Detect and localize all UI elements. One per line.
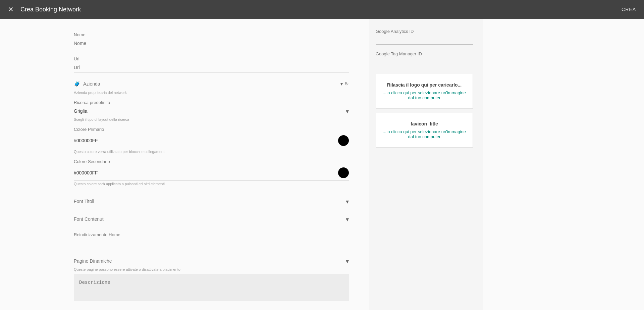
font-titoli-select[interactable]: Font Titoli <box>74 197 349 206</box>
azienda-hint: Azienda proprietaria del network <box>74 91 349 95</box>
ricerca-label: Ricerca predefinita <box>74 100 349 105</box>
page-container: Nome Url 🧳 ▾ ↻ Azienda proprietaria del … <box>0 19 644 310</box>
descrizione-group <box>74 274 349 302</box>
analytics-input[interactable] <box>376 35 473 45</box>
ricerca-field-group: Ricerca predefinita Griglia Lista Mappa … <box>74 100 349 121</box>
colore-primario-input[interactable] <box>74 138 338 143</box>
colore-secondario-row <box>74 165 349 180</box>
ricerca-select-wrapper: Griglia Lista Mappa ▾ <box>74 106 349 116</box>
ricerca-select[interactable]: Griglia Lista Mappa <box>74 106 349 116</box>
colore-secondario-group: Colore Secondario Questo colore sarà app… <box>74 159 349 186</box>
font-titoli-select-wrapper: Font Titoli ▾ <box>74 197 349 206</box>
logo-upload-title: Rilascia il logo qui per caricarlo... <box>381 82 467 88</box>
tag-manager-input[interactable] <box>376 58 473 67</box>
logo-upload-link[interactable]: ... o clicca qui per selezionare un'imma… <box>381 90 467 100</box>
url-label: Url <box>74 56 349 61</box>
azienda-actions: ▾ ↻ <box>340 81 349 87</box>
nome-input[interactable] <box>74 39 349 48</box>
favicon-upload-link[interactable]: ... o clicca qui per selezionare un'imma… <box>381 129 467 139</box>
ricerca-hint: Scegli il tipo di layout della ricerca <box>74 117 349 121</box>
app-header: ✕ Crea Booking Network CREA <box>0 0 644 19</box>
azienda-input[interactable] <box>83 81 338 87</box>
pagine-select[interactable]: Pagine Dinamiche <box>74 256 349 266</box>
pagine-hint: Queste pagine possono essere attivate o … <box>74 267 349 271</box>
analytics-label: Google Analytics ID <box>376 29 473 34</box>
colore-primario-hint: Questo colore verrà utilizzato per blocc… <box>74 150 349 154</box>
pagine-field-group: Pagine Dinamiche ▾ Queste pagine possono… <box>74 256 349 302</box>
descrizione-textarea[interactable] <box>74 274 349 301</box>
logo-upload-box[interactable]: Rilascia il logo qui per caricarlo... ..… <box>376 74 473 109</box>
close-button[interactable]: ✕ <box>8 6 14 13</box>
colore-primario-group: Colore Primario Questo colore verrà util… <box>74 127 349 154</box>
nome-label: Nome <box>74 32 349 37</box>
colore-secondario-label: Colore Secondario <box>74 159 349 164</box>
colore-primario-circle[interactable] <box>338 135 349 146</box>
font-contenuti-field-group: Font Contenuti ▾ <box>74 214 349 224</box>
colore-secondario-hint: Questo colore sarà applicato a pulsanti … <box>74 182 349 186</box>
nome-field-group: Nome <box>74 32 349 48</box>
font-titoli-field-group: Font Titoli ▾ <box>74 197 349 206</box>
briefcase-icon: 🧳 <box>74 81 80 87</box>
main-form: Nome Url 🧳 ▾ ↻ Azienda proprietaria del … <box>0 19 369 310</box>
page-title: Crea Booking Network <box>20 6 622 13</box>
favicon-upload-box[interactable]: favicon_title ... o clicca qui per selez… <box>376 113 473 148</box>
tag-manager-field-group: Google Tag Manager ID <box>376 51 473 67</box>
colore-primario-row <box>74 133 349 148</box>
azienda-row: 🧳 ▾ ↻ <box>74 81 349 89</box>
reindirizzamento-label: Reindirizzamento Home <box>74 232 349 237</box>
url-input[interactable] <box>74 63 349 72</box>
colore-secondario-input[interactable] <box>74 170 338 175</box>
reindirizzamento-input[interactable] <box>74 239 349 248</box>
url-field-group: Url <box>74 56 349 72</box>
azienda-refresh-icon[interactable]: ↻ <box>345 81 349 87</box>
colore-secondario-circle[interactable] <box>338 167 349 178</box>
pagine-select-wrapper: Pagine Dinamiche ▾ <box>74 256 349 266</box>
azienda-field-group: 🧳 ▾ ↻ Azienda proprietaria del network R… <box>74 81 349 186</box>
crea-button[interactable]: CREA <box>622 7 636 12</box>
analytics-field-group: Google Analytics ID <box>376 29 473 45</box>
tag-manager-label: Google Tag Manager ID <box>376 51 473 56</box>
font-contenuti-select[interactable]: Font Contenuti <box>74 214 349 224</box>
favicon-title: favicon_title <box>381 121 467 126</box>
reindirizzamento-field-group: Reindirizzamento Home <box>74 232 349 248</box>
sidebar-panel: Google Analytics ID Google Tag Manager I… <box>369 19 483 310</box>
azienda-dropdown-icon[interactable]: ▾ <box>340 81 343 87</box>
colore-primario-label: Colore Primario <box>74 127 349 132</box>
font-contenuti-select-wrapper: Font Contenuti ▾ <box>74 214 349 224</box>
